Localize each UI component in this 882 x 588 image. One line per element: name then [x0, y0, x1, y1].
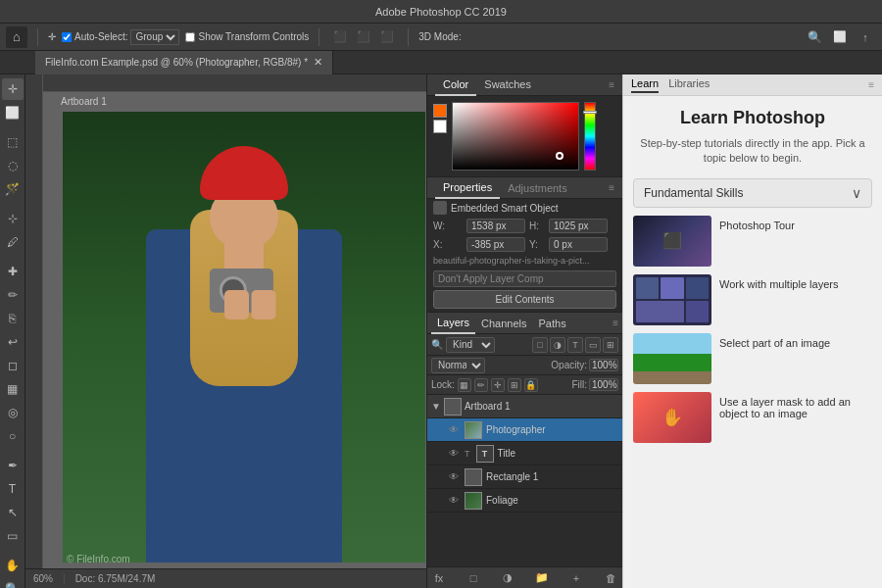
adjustments-tab[interactable]: Adjustments — [500, 177, 575, 199]
lasso-tool[interactable]: ◌ — [2, 155, 24, 176]
dodge-tool[interactable]: ○ — [2, 425, 24, 447]
background-swatch[interactable] — [433, 120, 447, 133]
layer-comp-dropdown[interactable]: Don't Apply Layer Comp — [433, 270, 616, 287]
color-panel-menu-btn[interactable]: ≡ — [609, 79, 614, 90]
canvas-photo — [63, 112, 425, 563]
move-tool-btn[interactable]: ✛ — [48, 31, 56, 42]
filter-shape-btn[interactable]: ▭ — [585, 337, 601, 353]
eye-icon[interactable]: 👁 — [447, 447, 461, 461]
brush-tool[interactable]: ✏ — [2, 284, 24, 306]
move-tool[interactable]: ✛ — [2, 78, 24, 100]
list-item[interactable]: ✋ Use a layer mask to add an object to a… — [633, 392, 872, 443]
list-item[interactable]: ▼ Artboard 1 — [427, 395, 622, 418]
eye-icon[interactable]: 👁 — [447, 470, 461, 484]
type-tool[interactable]: T — [2, 478, 24, 500]
layer-fx-btn[interactable]: fx — [431, 570, 447, 586]
quick-select-tool[interactable]: 🪄 — [2, 178, 24, 200]
learn-panel-close-btn[interactable]: ≡ — [868, 79, 874, 90]
color-tab[interactable]: Color — [435, 74, 476, 96]
filter-pixel-btn[interactable]: □ — [532, 337, 548, 353]
zoom-level: 60% — [33, 573, 53, 584]
fundamental-skills-category[interactable]: Fundamental Skills ∨ — [633, 178, 872, 208]
toolbar-divider-3 — [408, 28, 409, 46]
crop-tool[interactable]: ⊹ — [2, 208, 24, 229]
hue-bar[interactable] — [584, 102, 596, 171]
show-transform-checkbox[interactable] — [185, 32, 195, 42]
properties-panel-menu-btn[interactable]: ≡ — [609, 182, 614, 193]
spectrum-cursor — [556, 152, 564, 160]
align-right-btn[interactable]: ⬛ — [376, 26, 398, 48]
filter-smart-btn[interactable]: ⊞ — [603, 337, 618, 353]
gradient-tool[interactable]: ▦ — [2, 378, 24, 400]
lock-pixels-btn[interactable]: ✏ — [474, 378, 488, 392]
eye-icon[interactable]: 👁 — [447, 494, 461, 508]
ruler-left — [25, 74, 43, 588]
search-btn[interactable]: 🔍 — [804, 26, 825, 48]
healing-tool[interactable]: ✚ — [2, 261, 24, 282]
zoom-tool[interactable]: 🔍 — [2, 578, 24, 588]
shape-tool[interactable]: ▭ — [2, 525, 24, 547]
channels-tab[interactable]: Channels — [475, 313, 532, 334]
list-item[interactable]: Work with multiple layers — [633, 274, 872, 325]
panels-column: Color Swatches ≡ — [426, 74, 622, 588]
auto-select-checkbox[interactable] — [62, 32, 72, 42]
document-tab[interactable]: FileInfo.com Example.psd @ 60% (Photogra… — [35, 51, 333, 74]
layers-panel-menu-btn[interactable]: ≡ — [612, 318, 618, 328]
properties-panel-header: Properties Adjustments ≡ — [427, 177, 622, 199]
ruler-top — [25, 74, 426, 92]
new-layer-btn[interactable]: + — [568, 570, 584, 586]
lock-position-btn[interactable]: ✛ — [491, 378, 505, 392]
new-group-btn[interactable]: 📁 — [534, 570, 550, 586]
libraries-tab[interactable]: Libraries — [668, 77, 710, 93]
list-item[interactable]: 👁 T T Title — [427, 442, 622, 466]
filter-type-btn[interactable]: T — [567, 337, 583, 353]
delete-layer-btn[interactable]: 🗑 — [603, 570, 618, 586]
list-item[interactable]: Select part of an image — [633, 333, 872, 384]
align-left-btn[interactable]: ⬛ — [329, 26, 351, 48]
hue-cursor — [583, 111, 597, 114]
lock-artboard-btn[interactable]: ⊞ — [508, 378, 521, 392]
eraser-tool[interactable]: ◻ — [2, 355, 24, 376]
add-mask-btn[interactable]: □ — [466, 570, 481, 586]
paths-tab[interactable]: Paths — [533, 313, 572, 334]
swatches-tab[interactable]: Swatches — [476, 74, 539, 96]
filter-adjust-btn[interactable]: ◑ — [550, 337, 565, 353]
screen-mode-btn[interactable]: ⬜ — [829, 26, 851, 48]
artboard-tool[interactable]: ⬜ — [2, 102, 24, 123]
foreground-swatch[interactable] — [433, 104, 447, 118]
alignment-buttons: ⬛ ⬛ ⬛ — [329, 26, 398, 48]
close-tab-btn[interactable]: ✕ — [314, 56, 322, 69]
layers-tab[interactable]: Layers — [431, 313, 475, 334]
eye-icon[interactable]: 👁 — [447, 423, 461, 437]
adjustment-btn[interactable]: ◑ — [500, 570, 515, 586]
eyedropper-tool[interactable]: 🖊 — [2, 231, 24, 253]
smart-object-icon — [433, 201, 447, 215]
edit-contents-btn[interactable]: Edit Contents — [433, 290, 616, 309]
list-item[interactable]: 👁 Photographer — [427, 418, 622, 442]
list-item[interactable]: ⬛ Photoshop Tour — [633, 216, 872, 267]
align-center-btn[interactable]: ⬛ — [353, 26, 374, 48]
pen-tool[interactable]: ✒ — [2, 455, 24, 476]
hand-tool[interactable]: ✋ — [2, 555, 24, 576]
right-hand — [252, 290, 276, 319]
color-spectrum-picker[interactable] — [452, 102, 579, 171]
auto-select-dropdown[interactable]: Group — [130, 29, 179, 45]
properties-tab[interactable]: Properties — [435, 177, 500, 199]
path-select-tool[interactable]: ↖ — [2, 502, 24, 523]
blend-mode-dropdown[interactable]: Normal — [431, 358, 485, 373]
learn-item-thumb-0: ⬛ — [633, 216, 711, 267]
marquee-tool[interactable]: ⬚ — [2, 131, 24, 153]
list-item[interactable]: 👁 Foliage — [427, 489, 622, 513]
learn-tab[interactable]: Learn — [631, 77, 659, 93]
lock-all-btn[interactable]: 🔒 — [524, 378, 538, 392]
list-item[interactable]: 👁 Rectangle 1 — [427, 466, 622, 489]
learn-subtitle: Step-by-step tutorials directly in the a… — [633, 136, 872, 167]
layers-lock-bar: Lock: ▦ ✏ ✛ ⊞ 🔒 Fill: 100% — [427, 375, 622, 395]
history-brush-tool[interactable]: ↩ — [2, 331, 24, 353]
home-button[interactable]: ⌂ — [6, 26, 27, 48]
share-btn[interactable]: ↑ — [855, 26, 876, 48]
stamp-tool[interactable]: ⎘ — [2, 308, 24, 329]
blur-tool[interactable]: ◎ — [2, 402, 24, 423]
lock-transparent-btn[interactable]: ▦ — [458, 378, 471, 392]
filter-type-dropdown[interactable]: Kind — [446, 337, 495, 353]
